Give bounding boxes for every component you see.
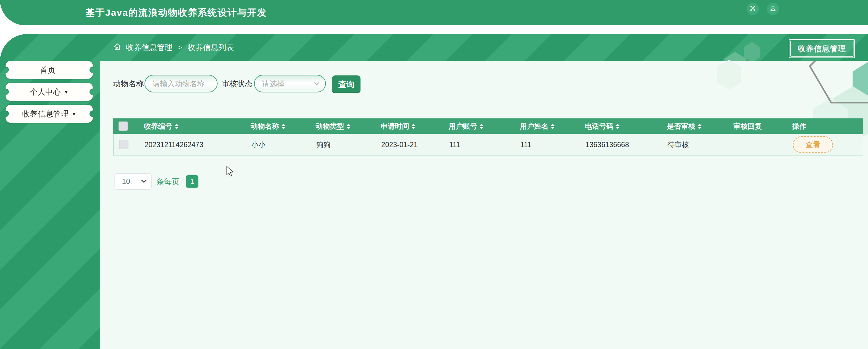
user-button[interactable]: [767, 3, 779, 15]
sidebar-item-label: 个人中心: [30, 87, 61, 97]
col-header-user-account[interactable]: 用户账号: [438, 118, 509, 134]
cell-apply-time: 2023-01-21: [370, 135, 438, 155]
app-title: 基于Java的流浪动物收养系统设计与开发: [85, 0, 267, 25]
pagination: 10 条每页 1: [100, 173, 868, 190]
col-header-actions: 操作: [781, 118, 863, 134]
col-label: 用户姓名: [520, 121, 548, 131]
table-header-row: 收养编号 动物名称 动物类型 申请时间 用户账号: [113, 118, 863, 134]
col-label: 动物名称: [251, 121, 279, 131]
page-body: 收养信息管理 > 收养信息列表 收养信息管理 首页 个人中心 ▼ 收养信息管理 …: [0, 34, 868, 349]
deco-hexagon: [715, 60, 743, 90]
col-label: 是否审核: [667, 121, 695, 131]
col-label: 电话号码: [585, 121, 613, 131]
sort-icon[interactable]: [175, 124, 179, 129]
col-header-apply-time[interactable]: 申请时间: [370, 118, 438, 134]
sidebar-item-home[interactable]: 首页: [6, 61, 93, 79]
col-header-phone[interactable]: 电话号码: [574, 118, 656, 134]
breadcrumb-item-parent[interactable]: 收养信息管理: [126, 42, 173, 53]
breadcrumb-separator: >: [178, 44, 182, 51]
per-page-label: 条每页: [156, 173, 180, 190]
audit-status-select[interactable]: 请选择: [254, 75, 326, 93]
audit-status-label: 审核状态: [222, 75, 252, 93]
cell-audit-state: 待审核: [657, 135, 723, 155]
animal-name-input[interactable]: [145, 75, 218, 93]
adoption-table: 收养编号 动物名称 动物类型 申请时间 用户账号: [113, 118, 863, 155]
page-size-select[interactable]: 10: [115, 173, 152, 190]
breadcrumb: 收养信息管理 > 收养信息列表: [113, 34, 234, 61]
cell-actions: 查看: [782, 135, 863, 155]
chevron-down-icon: [141, 179, 147, 184]
sort-icon[interactable]: [282, 124, 285, 129]
sort-icon[interactable]: [551, 124, 555, 129]
col-label: 用户账号: [449, 121, 477, 131]
table-row: 202312114262473 小小 狗狗 2023-01-21 111 111…: [113, 134, 863, 155]
select-all-checkbox[interactable]: [119, 121, 128, 131]
header-actions: [747, 3, 779, 15]
row-checkbox-cell: [114, 135, 134, 155]
user-icon: [769, 5, 777, 13]
col-label: 申请时间: [381, 121, 409, 131]
caret-down-icon: ▼: [72, 111, 76, 116]
sort-icon[interactable]: [479, 124, 483, 129]
adoption-info-manage-button[interactable]: 收养信息管理: [789, 39, 855, 58]
cell-audit-reply: [723, 135, 782, 155]
col-label: 审核回复: [734, 121, 762, 131]
sort-icon[interactable]: [347, 124, 350, 129]
cell-adoption-id: 202312114262473: [134, 135, 241, 155]
col-label: 收养编号: [144, 121, 173, 131]
breadcrumb-item-current: 收养信息列表: [188, 42, 234, 53]
cell-animal-type: 狗狗: [305, 135, 370, 155]
sort-icon[interactable]: [616, 124, 620, 129]
col-header-adoption-id[interactable]: 收养编号: [133, 118, 240, 134]
chevron-down-icon: [314, 81, 320, 86]
header-checkbox-cell: [113, 118, 133, 134]
fullscreen-button[interactable]: [747, 3, 759, 15]
sort-icon[interactable]: [698, 124, 702, 129]
animal-name-label: 动物名称: [113, 75, 144, 93]
caret-down-icon: ▼: [64, 89, 69, 95]
col-label: 操作: [792, 121, 806, 131]
cell-phone: 13636136668: [575, 135, 657, 155]
sort-icon[interactable]: [411, 124, 415, 129]
cell-user-name: 111: [510, 135, 575, 155]
search-button[interactable]: 查询: [332, 75, 361, 93]
page-size-value: 10: [122, 177, 141, 186]
col-header-user-name[interactable]: 用户姓名: [509, 118, 574, 134]
col-header-animal-type[interactable]: 动物类型: [305, 118, 370, 134]
row-checkbox[interactable]: [119, 140, 128, 149]
sidebar-item-label: 首页: [40, 65, 55, 75]
col-header-animal-name[interactable]: 动物名称: [240, 118, 305, 134]
fullscreen-icon: [749, 5, 756, 13]
home-icon[interactable]: [113, 42, 122, 53]
view-button[interactable]: 查看: [793, 136, 833, 153]
col-header-audit-state[interactable]: 是否审核: [656, 118, 722, 134]
sidebar: 首页 个人中心 ▼ 收养信息管理 ▼: [0, 61, 100, 349]
col-header-audit-reply: 审核回复: [722, 118, 781, 134]
top-header-bar: 基于Java的流浪动物收养系统设计与开发: [0, 0, 868, 25]
cell-user-account: 111: [438, 135, 510, 155]
sidebar-item-personal-center[interactable]: 个人中心 ▼: [6, 83, 93, 101]
sidebar-item-label: 收养信息管理: [22, 109, 69, 119]
col-label: 动物类型: [316, 121, 344, 131]
sidebar-item-adoption-info[interactable]: 收养信息管理 ▼: [6, 105, 93, 123]
page-button-1[interactable]: 1: [186, 175, 198, 188]
adoption-info-manage-label: 收养信息管理: [798, 44, 846, 54]
select-placeholder: 请选择: [262, 79, 314, 89]
content-panel: 动物名称 审核状态 请选择 查询 收养编号 动物名称: [100, 61, 868, 349]
cell-animal-name: 小小: [241, 135, 305, 155]
